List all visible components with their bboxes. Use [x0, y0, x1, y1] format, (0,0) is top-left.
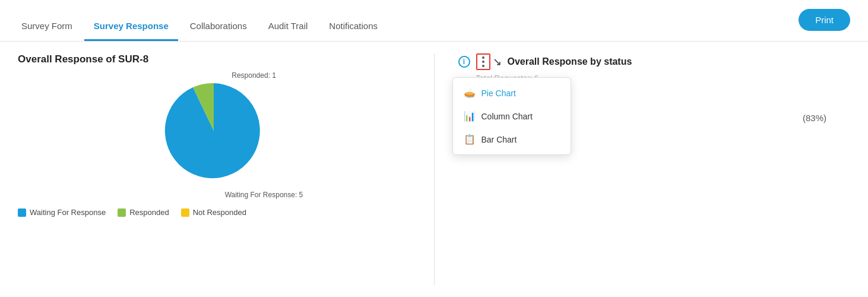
- waiting-label: Waiting For Response: 5: [225, 191, 303, 199]
- legend-item-not-responded: Not Responded: [181, 208, 246, 217]
- dropdown-item-pie-chart[interactable]: 🥧 Pie Chart: [453, 81, 571, 105]
- legend-label-responded: Responded: [129, 208, 169, 217]
- right-panel: i ↘ Overall Response by status Total Req…: [435, 53, 851, 285]
- legend-dot-waiting: [18, 208, 26, 217]
- kebab-dot-2: [482, 61, 484, 63]
- pie-chart-svg: [160, 77, 267, 184]
- arrow-down-icon: ↘: [493, 55, 502, 68]
- main-content: Overall Response of SUR-8 Responded: 1 W…: [0, 42, 868, 297]
- legend-item-responded: Responded: [118, 208, 169, 217]
- info-icon[interactable]: i: [458, 56, 470, 68]
- dropdown-label-pie: Pie Chart: [481, 89, 516, 98]
- right-section-title: Overall Response by status: [508, 56, 632, 67]
- tab-collaborations[interactable]: Collaborations: [180, 15, 256, 41]
- print-button[interactable]: Print: [799, 9, 850, 31]
- dropdown-label-bar: Bar Chart: [481, 135, 517, 144]
- kebab-dot-3: [482, 65, 484, 67]
- dropdown-item-bar-chart[interactable]: 📋 Bar Chart: [453, 128, 571, 151]
- legend-label-not-responded: Not Responded: [193, 208, 246, 217]
- kebab-dot-1: [482, 56, 484, 59]
- column-chart-icon: 📊: [464, 110, 476, 122]
- chart-legend: Waiting For Response Responded Not Respo…: [18, 208, 410, 217]
- percent-badge: (83%): [803, 113, 826, 123]
- right-header: i ↘ Overall Response by status: [458, 53, 851, 70]
- kebab-menu-button[interactable]: [476, 53, 490, 70]
- dropdown-label-column: Column Chart: [481, 112, 533, 121]
- pie-chart-icon: 🥧: [464, 87, 476, 99]
- responded-label: Responded: 1: [232, 71, 276, 80]
- legend-dot-not-responded: [181, 208, 189, 217]
- top-navigation: Survey Form Survey Response Collaboratio…: [0, 0, 868, 42]
- tab-survey-form[interactable]: Survey Form: [12, 15, 82, 41]
- chart-type-dropdown: 🥧 Pie Chart 📊 Column Chart 📋 Bar Chart: [452, 77, 571, 155]
- legend-label-waiting: Waiting For Response: [30, 208, 106, 217]
- dropdown-item-column-chart[interactable]: 📊 Column Chart: [453, 105, 571, 128]
- left-panel: Overall Response of SUR-8 Responded: 1 W…: [18, 53, 435, 285]
- bar-chart-icon: 📋: [464, 134, 476, 145]
- legend-dot-responded: [118, 208, 126, 217]
- pie-chart-container: Responded: 1 Waiting For Response: 5: [131, 71, 297, 202]
- legend-item-waiting: Waiting For Response: [18, 208, 106, 217]
- tab-notifications[interactable]: Notifications: [319, 15, 387, 41]
- page-title: Overall Response of SUR-8: [18, 53, 410, 65]
- tab-audit-trail[interactable]: Audit Trail: [259, 15, 318, 41]
- tab-survey-response[interactable]: Survey Response: [84, 15, 178, 41]
